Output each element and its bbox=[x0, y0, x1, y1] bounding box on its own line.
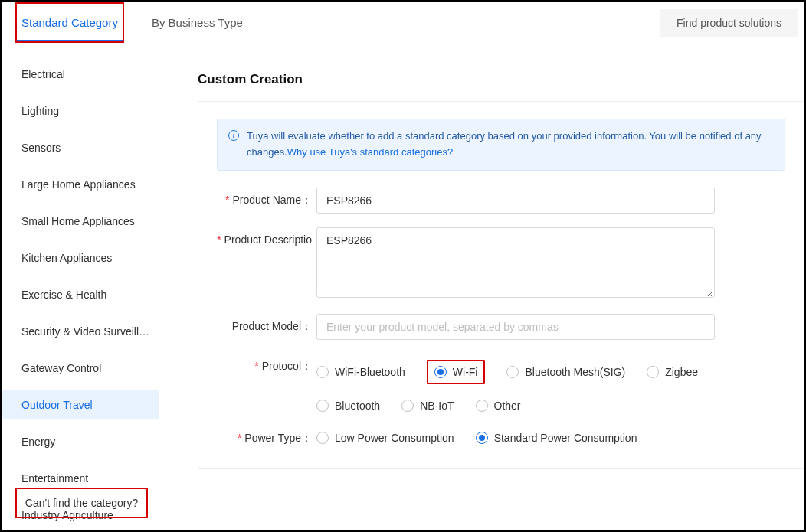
label-product-model: Product Model： bbox=[217, 314, 316, 334]
form-card: i Tuya will evaluate whether to add a st… bbox=[198, 101, 804, 469]
radio-icon bbox=[434, 366, 447, 378]
radio-label: Bluetooth bbox=[335, 400, 380, 412]
find-product-solutions-button[interactable]: Find product solutions bbox=[660, 9, 798, 37]
radio-label: Bluetooth Mesh(SIG) bbox=[525, 366, 625, 378]
row-product-name: *Product Name： bbox=[217, 188, 785, 214]
label-product-name: *Product Name： bbox=[217, 188, 316, 207]
top-bar: Standard Category By Business Type Find … bbox=[2, 2, 804, 44]
protocol-bluetooth-mesh[interactable]: Bluetooth Mesh(SIG) bbox=[506, 360, 625, 384]
label-protocol: *Protocol： bbox=[217, 354, 316, 374]
sidebar-item-exercise-health[interactable]: Exercise & Health bbox=[2, 280, 159, 309]
cant-find-category-link[interactable]: Can't find the category? bbox=[15, 488, 148, 518]
radio-icon bbox=[476, 432, 488, 444]
tab-by-business-type[interactable]: By Business Type bbox=[147, 2, 247, 43]
row-product-description: *Product Descriptio ESP8266 bbox=[217, 227, 785, 300]
product-description-input[interactable]: ESP8266 bbox=[316, 227, 715, 298]
main: Custom Creation i Tuya will evaluate whe… bbox=[159, 44, 804, 530]
radio-icon bbox=[506, 366, 519, 378]
info-banner-text: Tuya will evaluate whether to add a stan… bbox=[247, 129, 774, 161]
protocol-radio-group-2: Bluetooth NB-IoT Other bbox=[316, 393, 785, 412]
radio-label: NB-IoT bbox=[420, 400, 454, 412]
radio-icon bbox=[316, 400, 329, 412]
power-standard[interactable]: Standard Power Consumption bbox=[476, 432, 637, 444]
radio-icon bbox=[476, 400, 488, 412]
info-banner: i Tuya will evaluate whether to add a st… bbox=[217, 119, 785, 171]
protocol-zigbee[interactable]: Zigbee bbox=[647, 360, 698, 384]
sidebar-item-lighting[interactable]: Lighting bbox=[2, 96, 159, 126]
sidebar-item-energy[interactable]: Energy bbox=[2, 427, 159, 456]
row-protocol: *Protocol： WiFi-Bluetooth Wi-Fi bbox=[217, 354, 785, 412]
protocol-nbiot[interactable]: NB-IoT bbox=[401, 400, 454, 412]
radio-label: Standard Power Consumption bbox=[494, 432, 637, 444]
sidebar-item-kitchen-appliances[interactable]: Kitchen Appliances bbox=[2, 243, 159, 273]
sidebar-item-security-video[interactable]: Security & Video Surveill… bbox=[2, 317, 159, 346]
power-low[interactable]: Low Power Consumption bbox=[316, 432, 454, 444]
radio-icon bbox=[316, 366, 329, 378]
sidebar-item-sensors[interactable]: Sensors bbox=[2, 133, 159, 162]
protocol-wifi-bluetooth[interactable]: WiFi-Bluetooth bbox=[316, 360, 405, 384]
info-icon: i bbox=[228, 130, 239, 141]
protocol-wifi[interactable]: Wi-Fi bbox=[427, 360, 486, 384]
protocol-other[interactable]: Other bbox=[476, 400, 521, 412]
radio-label: Wi-Fi bbox=[453, 366, 478, 378]
sidebar-item-outdoor-travel[interactable]: Outdoor Travel bbox=[2, 390, 159, 419]
sidebar-item-gateway-control[interactable]: Gateway Control bbox=[2, 354, 159, 383]
radio-label: Low Power Consumption bbox=[335, 432, 454, 444]
page-title: Custom Creation bbox=[198, 72, 804, 87]
sidebar-item-large-home-appliances[interactable]: Large Home Appliances bbox=[2, 170, 159, 199]
row-product-model: Product Model： bbox=[217, 314, 785, 340]
radio-icon bbox=[316, 432, 329, 444]
sidebar-item-electrical[interactable]: Electrical bbox=[2, 60, 159, 89]
label-product-description: *Product Descriptio bbox=[217, 227, 316, 246]
tab-standard-category[interactable]: Standard Category bbox=[15, 2, 124, 43]
banner-link[interactable]: Why use Tuya's standard categories? bbox=[287, 146, 453, 158]
protocol-bluetooth[interactable]: Bluetooth bbox=[316, 400, 380, 412]
label-power-type: *Power Type： bbox=[217, 426, 316, 446]
radio-icon bbox=[647, 366, 659, 378]
sidebar: Electrical Lighting Sensors Large Home A… bbox=[2, 44, 159, 530]
product-name-input[interactable] bbox=[316, 188, 715, 214]
power-type-radio-group: Low Power Consumption Standard Power Con… bbox=[316, 426, 785, 444]
radio-label: WiFi-Bluetooth bbox=[335, 366, 405, 378]
radio-label: Other bbox=[494, 400, 521, 412]
radio-label: Zigbee bbox=[665, 366, 698, 378]
sidebar-item-small-home-appliances[interactable]: Small Home Appliances bbox=[2, 207, 159, 236]
product-model-input[interactable] bbox=[316, 314, 715, 340]
layout: Electrical Lighting Sensors Large Home A… bbox=[2, 44, 804, 530]
radio-icon bbox=[401, 400, 414, 412]
row-power-type: *Power Type： Low Power Consumption Stand… bbox=[217, 426, 785, 446]
tabs: Standard Category By Business Type bbox=[15, 2, 247, 43]
protocol-radio-group: WiFi-Bluetooth Wi-Fi Bluetooth Mesh(SIG) bbox=[316, 354, 785, 384]
